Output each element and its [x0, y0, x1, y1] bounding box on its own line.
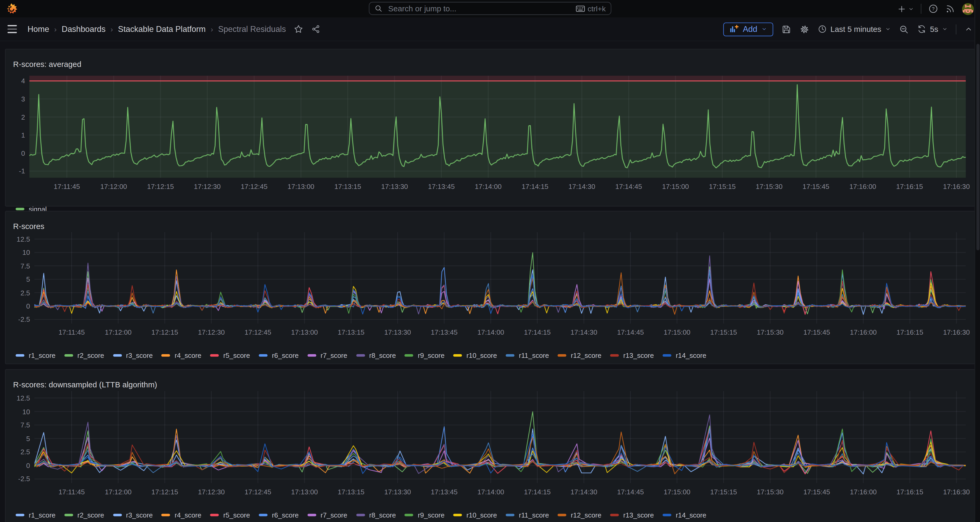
search-input[interactable] [387, 3, 576, 13]
x-axis-tick-label: 17:12:30 [198, 329, 225, 336]
legend-series-label: r10_score [466, 511, 497, 519]
breadcrumb-current-dashboard: Spectral Residuals [218, 24, 286, 34]
grafana-logo[interactable] [6, 3, 18, 15]
time-series-graph[interactable] [35, 391, 966, 483]
legend-item-r3_score[interactable]: r3_score [113, 352, 153, 359]
legend-item-r3_score[interactable]: r3_score [113, 511, 153, 519]
x-axis-tick-label: 17:16:00 [850, 183, 876, 190]
x-axis-tick-label: 17:15:15 [709, 183, 736, 190]
legend-series-marker [162, 514, 170, 516]
legend-item-r9_score[interactable]: r9_score [404, 352, 444, 359]
news-button[interactable] [945, 4, 955, 14]
legend-item-r14_score[interactable]: r14_score [663, 352, 706, 359]
breadcrumb-home[interactable]: Home [27, 24, 49, 34]
legend-item-r6_score[interactable]: r6_score [259, 511, 299, 519]
legend-item-r12_score[interactable]: r12_score [558, 511, 601, 519]
search-bar[interactable]: ctrl+k [369, 2, 611, 15]
panel-title[interactable]: R-scores: averaged [13, 60, 81, 69]
rss-icon [945, 4, 955, 14]
y-axis-tick-label: -2.5 [18, 316, 30, 323]
breadcrumb-dashboards[interactable]: Dashboards [62, 24, 105, 34]
page-scrollbar[interactable] [974, 0, 980, 522]
share-button[interactable] [312, 24, 321, 34]
legend-item-r5_score[interactable]: r5_score [210, 511, 250, 519]
legend-series-marker [307, 514, 316, 516]
help-button[interactable]: ? [928, 4, 938, 14]
legend-series-marker [259, 354, 267, 356]
legend-item-r11_score[interactable]: r11_score [506, 511, 549, 519]
legend-item-r4_score[interactable]: r4_score [162, 352, 201, 359]
legend-item-r8_score[interactable]: r8_score [356, 511, 396, 519]
legend-series-label: r13_score [623, 511, 654, 519]
save-dashboard-button[interactable] [781, 24, 791, 34]
legend-series-marker [64, 514, 73, 516]
time-series-graph[interactable] [29, 76, 966, 177]
add-label: Add [743, 24, 757, 34]
legend-item-r2_score[interactable]: r2_score [64, 511, 104, 519]
panel-title[interactable]: R-scores: downsampled (LTTB algorithm) [13, 381, 157, 390]
new-menu-button[interactable] [897, 4, 914, 13]
legend-series-label: r11_score [519, 352, 549, 359]
legend-series-label: r7_score [321, 352, 347, 359]
legend-item-r1_score[interactable]: r1_score [16, 352, 55, 359]
legend-item-r7_score[interactable]: r7_score [307, 352, 347, 359]
user-avatar[interactable] [962, 3, 974, 15]
x-axis-tick-label: 17:14:45 [617, 488, 644, 495]
legend-series-label: r13_score [623, 352, 654, 359]
collapse-topbar-button[interactable] [964, 25, 973, 33]
legend-item-r1_score[interactable]: r1_score [16, 511, 55, 519]
chevron-down-icon [761, 26, 767, 32]
time-range-label: Last 5 minutes [830, 25, 881, 34]
grafana-dashboard: ctrl+k ? [0, 0, 980, 522]
legend-series-marker [663, 354, 671, 356]
time-range-picker[interactable]: Last 5 minutes [817, 24, 891, 34]
clock-icon [817, 24, 827, 34]
refresh-picker[interactable]: 5s [917, 24, 948, 34]
menu-icon[interactable] [7, 25, 17, 33]
avatar-pixel-art [962, 3, 974, 15]
legend: r1_scorer2_scorer3_scorer4_scorer5_score… [16, 352, 706, 359]
legend-item-r8_score[interactable]: r8_score [356, 352, 396, 359]
x-axis-tick-label: 17:12:15 [151, 488, 178, 495]
legend-series-label: r7_score [321, 511, 347, 519]
chevron-down-icon [908, 6, 914, 11]
x-axis-tick-label: 17:12:00 [105, 488, 132, 495]
y-axis-tick-label: 0 [26, 462, 30, 469]
time-series-graph[interactable] [35, 232, 966, 324]
scrollbar-thumb[interactable] [976, 44, 979, 250]
add-panel-button[interactable]: Add [723, 22, 773, 36]
x-axis-tick-label: 17:11:45 [54, 183, 80, 190]
zoom-out-icon [899, 24, 908, 34]
legend-item-r7_score[interactable]: r7_score [307, 511, 347, 519]
legend-item-r12_score[interactable]: r12_score [558, 352, 601, 359]
legend-item-r14_score[interactable]: r14_score [663, 511, 706, 519]
caret-up-icon [964, 25, 973, 33]
settings-gear-icon [799, 24, 809, 34]
x-axis-tick-label: 17:13:15 [338, 329, 364, 336]
dashboard-toolbar: Add Las [723, 22, 973, 36]
legend-item-r4_score[interactable]: r4_score [162, 511, 201, 519]
legend-item-r13_score[interactable]: r13_score [610, 352, 654, 359]
y-axis-tick-label: 10 [22, 408, 30, 415]
legend-series-marker [259, 514, 267, 516]
legend-item-r9_score[interactable]: r9_score [404, 511, 444, 519]
legend-item-r11_score[interactable]: r11_score [506, 352, 549, 359]
legend-item-r13_score[interactable]: r13_score [610, 511, 654, 519]
breadcrumb-folder[interactable]: Stackable Data Platform [118, 24, 205, 34]
legend-item-r10_score[interactable]: r10_score [453, 511, 497, 519]
legend-item-r10_score[interactable]: r10_score [453, 352, 497, 359]
zoom-out-time-button[interactable] [899, 24, 908, 34]
legend-item-r6_score[interactable]: r6_score [259, 352, 299, 359]
legend-series-marker [64, 354, 73, 356]
legend-item-r2_score[interactable]: r2_score [64, 352, 104, 359]
dashboard-settings-button[interactable] [799, 24, 809, 34]
x-axis-tick-label: 17:13:30 [384, 329, 411, 336]
panel-title[interactable]: R-scores [13, 222, 45, 231]
x-axis-tick-label: 17:14:30 [570, 488, 597, 495]
plus-icon [897, 4, 907, 13]
legend-series-marker [16, 514, 24, 516]
legend-series-marker [404, 354, 413, 356]
legend-series-label: r6_score [272, 511, 299, 519]
favorite-button[interactable] [294, 24, 304, 34]
legend-item-r5_score[interactable]: r5_score [210, 352, 250, 359]
